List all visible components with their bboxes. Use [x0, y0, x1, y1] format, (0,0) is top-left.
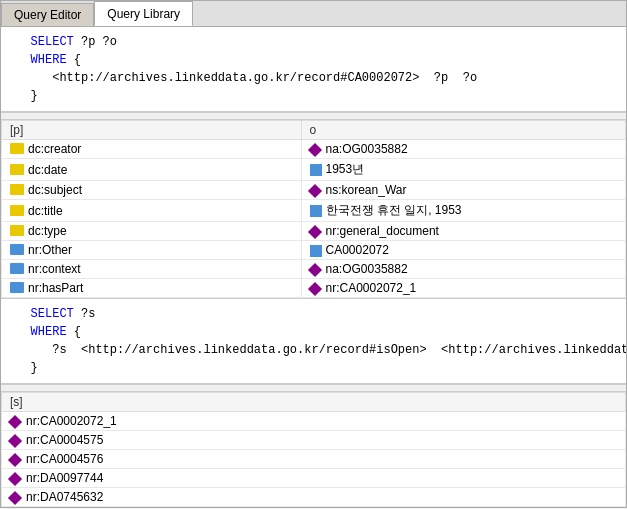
diamond-purple-icon — [8, 434, 22, 448]
s-cell: nr:CA0002072_1 — [2, 412, 626, 431]
table-row: nr:CA0004575 — [2, 431, 626, 450]
o-value: 1953년 — [326, 162, 365, 176]
table-row: dc:date1953년 — [2, 159, 626, 181]
o-cell: nr:general_document — [301, 222, 625, 241]
o-cell: 1953년 — [301, 159, 625, 181]
s-value: nr:CA0002072_1 — [26, 414, 117, 428]
table-row: dc:typenr:general_document — [2, 222, 626, 241]
p-value: dc:subject — [28, 183, 82, 197]
folder-yellow-icon — [10, 164, 24, 175]
diamond-purple-icon — [307, 184, 321, 198]
results-table2-section: [s] nr:CA0002072_1nr:CA0004575nr:CA00045… — [1, 392, 626, 507]
s-value: nr:DA0745632 — [26, 490, 103, 504]
results-table1-section: [p] o dc:creatorna:OG0035882dc:date1953년… — [1, 120, 626, 299]
p-cell: dc:title — [2, 200, 302, 222]
table-row: nr:contextna:OG0035882 — [2, 260, 626, 279]
s-cell: nr:DA0745632 — [2, 488, 626, 507]
col-header-o: o — [301, 121, 625, 140]
diamond-purple-icon — [8, 491, 22, 505]
table-row: dc:subjectns:korean_War — [2, 181, 626, 200]
folder-blue-icon — [10, 282, 24, 293]
diamond-purple-icon — [8, 453, 22, 467]
col-header-s: [s] — [2, 393, 626, 412]
o-cell: na:OG0035882 — [301, 140, 625, 159]
o-value: na:OG0035882 — [326, 142, 408, 156]
diamond-purple-icon — [8, 472, 22, 486]
o-value: ns:korean_War — [326, 183, 407, 197]
square-blue-icon — [310, 245, 322, 257]
s-cell: nr:DA0097744 — [2, 469, 626, 488]
s-value: nr:DA0097744 — [26, 471, 103, 485]
o-value: nr:general_document — [326, 224, 439, 238]
results-table2: [s] nr:CA0002072_1nr:CA0004575nr:CA00045… — [1, 392, 626, 507]
square-blue-icon — [310, 205, 322, 217]
o-cell: CA0002072 — [301, 241, 625, 260]
o-value: na:OG0035882 — [326, 262, 408, 276]
tab-query-library[interactable]: Query Library — [94, 1, 193, 26]
folder-yellow-icon — [10, 143, 24, 154]
table-row: nr:CA0002072_1 — [2, 412, 626, 431]
table-row: dc:creatorna:OG0035882 — [2, 140, 626, 159]
p-cell: dc:type — [2, 222, 302, 241]
p-cell: nr:context — [2, 260, 302, 279]
p-value: nr:hasPart — [28, 281, 83, 295]
p-value: nr:Other — [28, 243, 72, 257]
query1-panel: SELECT ?p ?o WHERE { <http://archives.li… — [1, 27, 626, 112]
table-row: nr:OtherCA0002072 — [2, 241, 626, 260]
s-value: nr:CA0004576 — [26, 452, 103, 466]
o-value: nr:CA0002072_1 — [326, 281, 417, 295]
folder-blue-icon — [10, 263, 24, 274]
diamond-purple-icon — [307, 143, 321, 157]
s-value: nr:CA0004575 — [26, 433, 103, 447]
o-cell: ns:korean_War — [301, 181, 625, 200]
diamond-purple-icon — [307, 263, 321, 277]
tab-query-editor[interactable]: Query Editor — [1, 3, 94, 26]
query2-scrollbar[interactable] — [1, 384, 626, 392]
folder-blue-icon — [10, 244, 24, 255]
table-row: nr:DA0745632 — [2, 488, 626, 507]
p-cell: nr:hasPart — [2, 279, 302, 298]
o-value: CA0002072 — [326, 243, 389, 257]
p-cell: dc:creator — [2, 140, 302, 159]
o-cell: na:OG0035882 — [301, 260, 625, 279]
o-cell: 한국전쟁 휴전 일지, 1953 — [301, 200, 625, 222]
table-row: nr:DA0097744 — [2, 469, 626, 488]
diamond-purple-icon — [307, 225, 321, 239]
folder-yellow-icon — [10, 184, 24, 195]
diamond-purple-icon — [8, 415, 22, 429]
main-container: Query Editor Query Library SELECT ?p ?o … — [0, 0, 627, 508]
folder-yellow-icon — [10, 225, 24, 236]
col-header-p: [p] — [2, 121, 302, 140]
p-value: dc:type — [28, 224, 67, 238]
s-cell: nr:CA0004576 — [2, 450, 626, 469]
s-cell: nr:CA0004575 — [2, 431, 626, 450]
table-row: nr:CA0004576 — [2, 450, 626, 469]
query2-panel: SELECT ?s WHERE { ?s <http://archives.li… — [1, 299, 626, 384]
p-value: dc:creator — [28, 142, 81, 156]
query1-scrollbar[interactable] — [1, 112, 626, 120]
p-value: nr:context — [28, 262, 81, 276]
square-blue-icon — [310, 164, 322, 176]
p-cell: nr:Other — [2, 241, 302, 260]
table-row: nr:hasPartnr:CA0002072_1 — [2, 279, 626, 298]
diamond-purple-icon — [307, 282, 321, 296]
p-cell: dc:date — [2, 159, 302, 181]
o-value: 한국전쟁 휴전 일지, 1953 — [326, 203, 462, 217]
p-cell: dc:subject — [2, 181, 302, 200]
o-cell: nr:CA0002072_1 — [301, 279, 625, 298]
table-row: dc:title한국전쟁 휴전 일지, 1953 — [2, 200, 626, 222]
results-table1: [p] o dc:creatorna:OG0035882dc:date1953년… — [1, 120, 626, 298]
folder-yellow-icon — [10, 205, 24, 216]
p-value: dc:title — [28, 204, 63, 218]
tab-bar: Query Editor Query Library — [1, 1, 626, 27]
p-value: dc:date — [28, 163, 67, 177]
